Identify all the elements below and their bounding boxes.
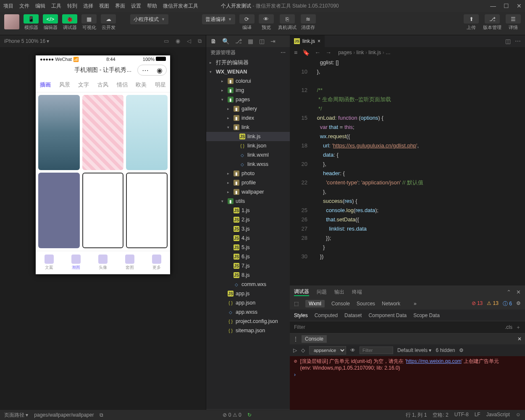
back-icon[interactable]: ←	[315, 49, 320, 56]
panel-tab[interactable]: 输出	[334, 289, 344, 296]
tree-node[interactable]: ▸▮colorui	[206, 76, 290, 86]
tree-node[interactable]: JS1.js	[206, 206, 290, 215]
phone-grid[interactable]	[36, 92, 170, 251]
warn-count[interactable]: ⚠ 13	[487, 300, 499, 307]
open-editors-section[interactable]: ▸打开的编辑器	[206, 58, 290, 67]
page-path[interactable]: pages/wallpaper/wallpaper	[34, 412, 94, 418]
styles-tab[interactable]: Dataset	[344, 312, 362, 318]
bookmark-icon[interactable]: 🔖	[302, 49, 310, 56]
breadcrumb[interactable]: ≡🔖←→ pages › link › link.js › …	[290, 47, 525, 58]
tree-node[interactable]: ▾▮link	[206, 123, 290, 132]
nav-item[interactable]: 潮图	[71, 255, 81, 270]
page-route-label[interactable]: 页面路径 ▾	[4, 412, 28, 419]
version-button[interactable]: ⎇	[485, 14, 500, 24]
add-style-icon[interactable]: ＋	[516, 324, 521, 331]
avatar[interactable]	[4, 14, 19, 29]
close-icon[interactable]: ✕	[517, 3, 522, 9]
wallpaper-thumb[interactable]	[38, 173, 80, 248]
mode-dropdown[interactable]: 小程序模式▼	[130, 14, 168, 24]
record-icon[interactable]: ◉	[176, 38, 180, 45]
capsule[interactable]: ⋯◉	[137, 65, 167, 76]
sync-icon[interactable]: ↻	[247, 412, 252, 418]
problems-count[interactable]: ⊘ 0 ⚠ 0	[223, 412, 241, 418]
tree-node[interactable]: JS7.js	[206, 261, 290, 270]
device-icon[interactable]: ▭	[164, 38, 169, 45]
tree-node[interactable]: ◇link.wxml	[206, 150, 290, 160]
project-root[interactable]: ▾WX_WENAN	[206, 67, 290, 76]
info-count[interactable]: ⓘ 6	[503, 300, 512, 307]
nav-item[interactable]: 更多	[152, 255, 161, 270]
feedback-icon[interactable]: ☺	[516, 412, 521, 419]
tree-node[interactable]: JS3.js	[206, 224, 290, 234]
more-icon[interactable]: ⋯	[281, 50, 286, 55]
devtool-tab[interactable]: Wxml	[305, 300, 325, 307]
nav-item[interactable]: 头像	[98, 255, 108, 270]
phone-tab[interactable]: 古风	[97, 81, 108, 89]
upload-button[interactable]: ⬆	[464, 14, 479, 24]
compile-button[interactable]: ⟳	[239, 14, 255, 24]
error-count[interactable]: ⊘ 13	[472, 300, 483, 307]
compile-mode-dropdown[interactable]: 普通编译▼	[202, 14, 235, 24]
cloud-button[interactable]: ☁	[101, 14, 116, 24]
forward-icon[interactable]: →	[326, 49, 331, 56]
visual-button[interactable]: ▦	[81, 14, 97, 24]
minimize-icon[interactable]: —	[490, 3, 496, 9]
cls-toggle[interactable]: .cls	[505, 324, 512, 330]
tree-node[interactable]: ◇app.wxss	[206, 307, 290, 317]
nav-item[interactable]: 文案	[45, 255, 54, 270]
phone-tab[interactable]: 文字	[78, 81, 89, 89]
device-selector[interactable]: iPhone 5 100% 16 ▾	[4, 38, 49, 44]
console-toggle-icon[interactable]: ⋮	[293, 336, 298, 342]
more-icon[interactable]: ⋯	[515, 38, 521, 45]
tree-node[interactable]: JS5.js	[206, 243, 290, 252]
styles-tab[interactable]: Component Data	[368, 312, 407, 318]
panel-tab[interactable]: 问题	[317, 289, 327, 296]
nav-item[interactable]: 套图	[125, 255, 134, 270]
panel-tab[interactable]: 调试器	[294, 288, 309, 296]
cursor-position[interactable]: 行 1, 列 1	[406, 412, 427, 419]
eye-icon[interactable]: 👁	[350, 347, 355, 353]
tree-node[interactable]: { }project.config.json	[206, 317, 290, 326]
tree-node[interactable]: ▸▮wallpaper	[206, 187, 290, 197]
tree-node[interactable]: ▸▮index	[206, 113, 290, 123]
tree-node[interactable]: ◇comm.wxs	[206, 280, 290, 289]
close-tab-icon[interactable]: ×	[318, 38, 320, 44]
console-filter[interactable]	[360, 346, 393, 354]
tree-node[interactable]: JSapp.js	[206, 289, 290, 298]
git-icon[interactable]: ⎇	[235, 38, 242, 45]
copy-icon[interactable]: ⧉	[100, 412, 103, 418]
phone-tab[interactable]: 插画	[40, 81, 51, 89]
close-panel-icon[interactable]: ✕	[516, 289, 521, 295]
dock-icon[interactable]: ⧉	[198, 38, 202, 45]
tree-node[interactable]: ◇link.wxss	[206, 160, 290, 169]
styles-tab[interactable]: Computed	[315, 312, 338, 318]
wallpaper-thumb[interactable]	[126, 95, 168, 170]
console-tab[interactable]: Console	[302, 335, 327, 343]
tree-node[interactable]: JS6.js	[206, 252, 290, 261]
context-select[interactable]: appservice	[309, 346, 346, 354]
devtool-tab[interactable]: Console	[331, 301, 350, 307]
devtool-tab[interactable]: Sources	[357, 301, 375, 307]
tree-node[interactable]: JS8.js	[206, 270, 290, 280]
styles-tab[interactable]: Scope Data	[413, 312, 440, 318]
inspect-icon[interactable]: ⬚	[294, 301, 299, 307]
menu-item[interactable]: 微信开发者工具	[163, 3, 198, 9]
encoding[interactable]: UTF-8	[454, 412, 469, 419]
gear-icon[interactable]: ⚙	[459, 347, 464, 353]
devtool-tab[interactable]: Network	[382, 301, 400, 307]
tree-node[interactable]: { }app.json	[206, 298, 290, 307]
wallpaper-thumb[interactable]	[82, 95, 124, 170]
remote-button[interactable]: ⎘	[280, 14, 295, 24]
clear-button[interactable]: ≋	[301, 14, 316, 24]
maximize-icon[interactable]: ☐	[504, 3, 509, 9]
phone-tab[interactable]: 风景	[59, 81, 70, 89]
menu-item[interactable]: 设置	[131, 3, 141, 9]
styles-tab[interactable]: Styles	[294, 312, 308, 318]
wallpaper-thumb[interactable]	[38, 95, 80, 170]
filter-input[interactable]	[294, 324, 505, 330]
editor-button[interactable]: </>	[43, 14, 58, 24]
eol[interactable]: LF	[475, 412, 480, 419]
menu-item[interactable]: 编辑	[35, 3, 45, 9]
search-icon[interactable]: 🔍	[222, 38, 229, 45]
console-link[interactable]: https://mp.weixin.qq.com	[406, 358, 462, 364]
